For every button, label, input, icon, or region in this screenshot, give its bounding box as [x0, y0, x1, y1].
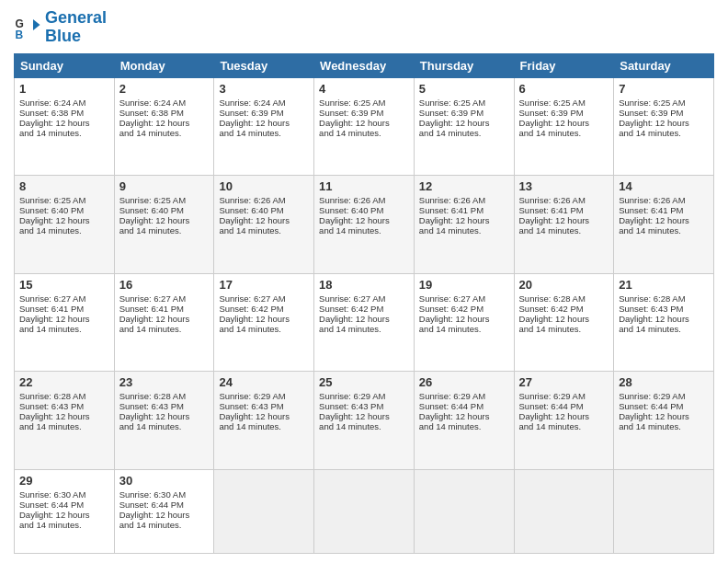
calendar-day-cell: 11Sunrise: 6:26 AMSunset: 6:40 PMDayligh…: [314, 176, 415, 274]
calendar-table: SundayMondayTuesdayWednesdayThursdayFrid…: [14, 53, 714, 554]
daylight-label: Daylight: 12 hours: [119, 118, 190, 128]
day-number: 5: [419, 82, 509, 96]
daylight-value: and 14 minutes.: [419, 225, 482, 236]
logo-icon: G B: [14, 14, 41, 41]
calendar-day-cell: [214, 469, 314, 553]
calendar-day-cell: 16Sunrise: 6:27 AMSunset: 6:41 PMDayligh…: [114, 273, 214, 372]
calendar-header-cell: Tuesday: [214, 53, 314, 77]
sunrise-text: Sunrise: 6:29 AM: [619, 391, 685, 401]
daylight-label: Daylight: 12 hours: [619, 118, 689, 128]
daylight-value: and 14 minutes.: [119, 324, 182, 334]
daylight-label: Daylight: 12 hours: [619, 411, 689, 421]
day-number: 17: [219, 278, 309, 292]
logo-text: General: [45, 9, 107, 28]
daylight-value: and 14 minutes.: [19, 520, 82, 530]
daylight-value: and 14 minutes.: [119, 128, 182, 138]
daylight-value: and 14 minutes.: [219, 324, 281, 334]
calendar-day-cell: 8Sunrise: 6:25 AMSunset: 6:40 PMDaylight…: [15, 176, 115, 274]
day-number: 19: [419, 278, 509, 292]
sunset-text: Sunset: 6:44 PM: [19, 500, 84, 510]
sunrise-text: Sunrise: 6:24 AM: [219, 98, 285, 108]
calendar-week-row: 29Sunrise: 6:30 AMSunset: 6:44 PMDayligh…: [15, 469, 714, 553]
daylight-value: and 14 minutes.: [419, 324, 482, 334]
daylight-label: Daylight: 12 hours: [219, 118, 290, 128]
daylight-value: and 14 minutes.: [219, 421, 281, 431]
calendar-day-cell: 7Sunrise: 6:25 AMSunset: 6:39 PMDaylight…: [614, 77, 714, 176]
daylight-label: Daylight: 12 hours: [119, 314, 190, 324]
daylight-label: Daylight: 12 hours: [219, 215, 290, 225]
sunset-text: Sunset: 6:41 PM: [419, 205, 483, 215]
logo: G B General Blue: [14, 9, 107, 46]
calendar-day-cell: 9Sunrise: 6:25 AMSunset: 6:40 PMDaylight…: [114, 176, 214, 274]
sunrise-text: Sunrise: 6:26 AM: [419, 195, 485, 205]
sunrise-text: Sunrise: 6:25 AM: [519, 98, 586, 108]
daylight-value: and 14 minutes.: [19, 421, 82, 431]
calendar-day-cell: 12Sunrise: 6:26 AMSunset: 6:41 PMDayligh…: [414, 176, 514, 274]
calendar-header-cell: Wednesday: [314, 53, 415, 77]
day-number: 29: [19, 474, 109, 488]
daylight-value: and 14 minutes.: [19, 324, 82, 334]
daylight-value: and 14 minutes.: [319, 324, 381, 334]
sunset-text: Sunset: 6:44 PM: [419, 401, 483, 411]
logo-text2: Blue: [45, 28, 107, 46]
daylight-label: Daylight: 12 hours: [519, 411, 590, 421]
sunset-text: Sunset: 6:40 PM: [219, 205, 283, 215]
daylight-label: Daylight: 12 hours: [19, 411, 90, 421]
daylight-label: Daylight: 12 hours: [619, 314, 689, 324]
day-number: 12: [419, 179, 509, 193]
calendar-day-cell: 13Sunrise: 6:26 AMSunset: 6:41 PMDayligh…: [514, 176, 614, 274]
sunrise-text: Sunrise: 6:25 AM: [319, 98, 385, 108]
daylight-value: and 14 minutes.: [219, 128, 281, 138]
calendar-header-cell: Thursday: [414, 53, 514, 77]
calendar-day-cell: 18Sunrise: 6:27 AMSunset: 6:42 PMDayligh…: [314, 273, 415, 372]
sunset-text: Sunset: 6:40 PM: [319, 205, 383, 215]
day-number: 14: [619, 179, 709, 193]
page: G B General Blue SundayMondayTuesdayWedn…: [0, 0, 728, 563]
calendar-day-cell: 25Sunrise: 6:29 AMSunset: 6:43 PMDayligh…: [314, 372, 415, 470]
svg-text:B: B: [16, 29, 24, 41]
calendar-day-cell: 1Sunrise: 6:24 AMSunset: 6:38 PMDaylight…: [15, 77, 115, 176]
calendar-day-cell: [614, 469, 714, 553]
sunset-text: Sunset: 6:39 PM: [319, 108, 383, 118]
daylight-label: Daylight: 12 hours: [119, 510, 190, 520]
sunset-text: Sunset: 6:38 PM: [19, 108, 84, 118]
sunrise-text: Sunrise: 6:24 AM: [119, 98, 186, 108]
sunrise-text: Sunrise: 6:28 AM: [619, 293, 685, 304]
daylight-value: and 14 minutes.: [19, 128, 82, 138]
calendar-day-cell: 30Sunrise: 6:30 AMSunset: 6:44 PMDayligh…: [114, 469, 214, 553]
daylight-label: Daylight: 12 hours: [19, 314, 90, 324]
sunset-text: Sunset: 6:44 PM: [619, 401, 683, 411]
sunrise-text: Sunrise: 6:25 AM: [619, 98, 685, 108]
daylight-value: and 14 minutes.: [619, 225, 681, 236]
daylight-value: and 14 minutes.: [519, 421, 582, 431]
calendar-day-cell: [514, 469, 614, 553]
sunset-text: Sunset: 6:38 PM: [119, 108, 184, 118]
daylight-label: Daylight: 12 hours: [219, 314, 290, 324]
sunset-text: Sunset: 6:42 PM: [519, 304, 584, 314]
day-number: 7: [619, 82, 709, 96]
sunset-text: Sunset: 6:43 PM: [219, 401, 283, 411]
day-number: 9: [119, 179, 210, 193]
svg-marker-2: [33, 19, 40, 30]
day-number: 16: [119, 278, 210, 292]
daylight-value: and 14 minutes.: [619, 421, 681, 431]
sunset-text: Sunset: 6:43 PM: [619, 304, 683, 314]
sunrise-text: Sunrise: 6:26 AM: [219, 195, 285, 205]
calendar-day-cell: 28Sunrise: 6:29 AMSunset: 6:44 PMDayligh…: [614, 372, 714, 470]
calendar-day-cell: 5Sunrise: 6:25 AMSunset: 6:39 PMDaylight…: [414, 77, 514, 176]
daylight-label: Daylight: 12 hours: [119, 411, 190, 421]
day-number: 30: [119, 474, 210, 488]
daylight-label: Daylight: 12 hours: [319, 215, 390, 225]
day-number: 24: [219, 375, 309, 389]
sunset-text: Sunset: 6:39 PM: [219, 108, 283, 118]
day-number: 3: [219, 82, 309, 96]
sunrise-text: Sunrise: 6:24 AM: [19, 98, 85, 108]
daylight-value: and 14 minutes.: [519, 225, 582, 236]
calendar-day-cell: 2Sunrise: 6:24 AMSunset: 6:38 PMDaylight…: [114, 77, 214, 176]
calendar-day-cell: 23Sunrise: 6:28 AMSunset: 6:43 PMDayligh…: [114, 372, 214, 470]
sunrise-text: Sunrise: 6:27 AM: [319, 293, 385, 304]
sunrise-text: Sunrise: 6:28 AM: [19, 391, 85, 401]
calendar-header-cell: Saturday: [614, 53, 714, 77]
calendar-day-cell: 21Sunrise: 6:28 AMSunset: 6:43 PMDayligh…: [614, 273, 714, 372]
daylight-value: and 14 minutes.: [619, 128, 681, 138]
